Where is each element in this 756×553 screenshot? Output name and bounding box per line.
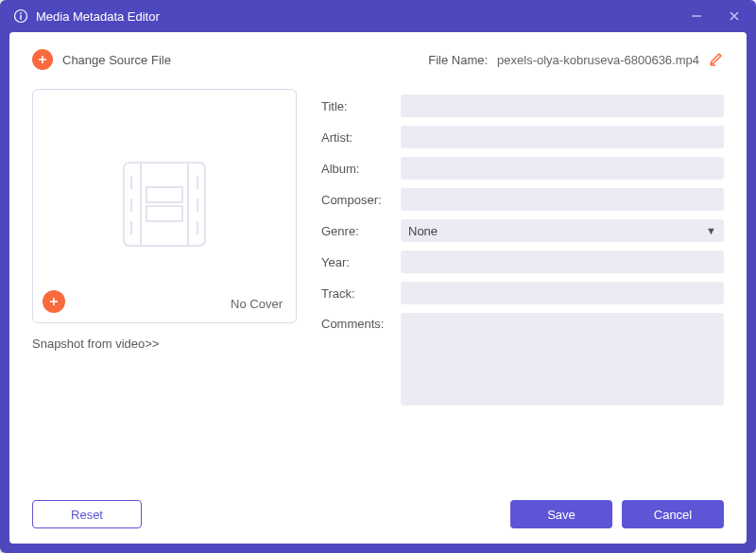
save-button[interactable]: Save [510, 500, 612, 528]
app-window: Media Metadata Editor Change Source File… [0, 0, 756, 553]
cancel-button[interactable]: Cancel [622, 500, 724, 528]
minimize-button[interactable] [688, 8, 705, 25]
main-area: No Cover Snapshot from video>> Title: Ar… [32, 89, 724, 487]
input-comments[interactable] [401, 313, 724, 406]
change-source-add-button[interactable] [32, 49, 53, 70]
svg-rect-2 [20, 15, 21, 20]
input-track[interactable] [401, 282, 724, 304]
row-composer: Composer: [321, 188, 724, 211]
cover-caption: No Cover [231, 297, 283, 311]
close-button[interactable] [726, 8, 743, 25]
row-track: Track: [321, 282, 724, 304]
select-genre[interactable]: None ▼ [401, 219, 724, 242]
snapshot-link[interactable]: Snapshot from video>> [32, 337, 297, 351]
svg-rect-11 [146, 187, 182, 202]
svg-point-1 [20, 12, 22, 14]
cover-preview: No Cover [32, 89, 297, 323]
edit-file-name-icon[interactable] [709, 52, 724, 67]
input-year[interactable] [401, 251, 724, 273]
file-name-label: File Name: [428, 53, 488, 67]
cover-column: No Cover Snapshot from video>> [32, 89, 297, 487]
input-artist[interactable] [401, 126, 724, 148]
label-genre: Genre: [321, 224, 395, 238]
label-comments: Comments: [321, 313, 395, 331]
label-album: Album: [321, 162, 395, 176]
select-genre-value: None [408, 224, 438, 238]
window-controls [688, 8, 743, 25]
metadata-form: Title: Artist: Album: Composer: Genre: [321, 89, 724, 487]
label-track: Track: [321, 286, 395, 301]
row-artist: Artist: [321, 126, 724, 148]
row-title: Title: [321, 95, 724, 117]
label-year: Year: [321, 255, 395, 269]
reset-button[interactable]: Reset [32, 500, 142, 528]
chevron-down-icon: ▼ [706, 225, 716, 236]
row-album: Album: [321, 157, 724, 180]
change-source-label[interactable]: Change Source File [62, 53, 171, 67]
label-artist: Artist: [321, 130, 395, 145]
film-frame-icon [112, 157, 216, 255]
row-comments: Comments: [321, 313, 724, 406]
input-title[interactable] [401, 95, 724, 117]
file-name-value: pexels-olya-kobruseva-6800636.mp4 [497, 53, 699, 67]
content-area: Change Source File File Name: pexels-oly… [9, 32, 747, 544]
svg-rect-10 [141, 163, 188, 246]
top-row: Change Source File File Name: pexels-oly… [32, 49, 724, 70]
info-icon [13, 9, 28, 24]
file-name-group: File Name: pexels-olya-kobruseva-6800636… [428, 52, 724, 67]
row-genre: Genre: None ▼ [321, 219, 724, 242]
svg-rect-12 [146, 206, 182, 221]
label-composer: Composer: [321, 193, 395, 207]
titlebar: Media Metadata Editor [0, 0, 756, 32]
add-cover-button[interactable] [43, 290, 65, 313]
row-year: Year: [321, 251, 724, 273]
input-composer[interactable] [401, 188, 724, 211]
input-album[interactable] [401, 157, 724, 180]
window-title: Media Metadata Editor [36, 9, 160, 24]
footer: Reset Save Cancel [32, 487, 724, 528]
label-title: Title: [321, 99, 395, 113]
svg-rect-9 [124, 163, 205, 246]
